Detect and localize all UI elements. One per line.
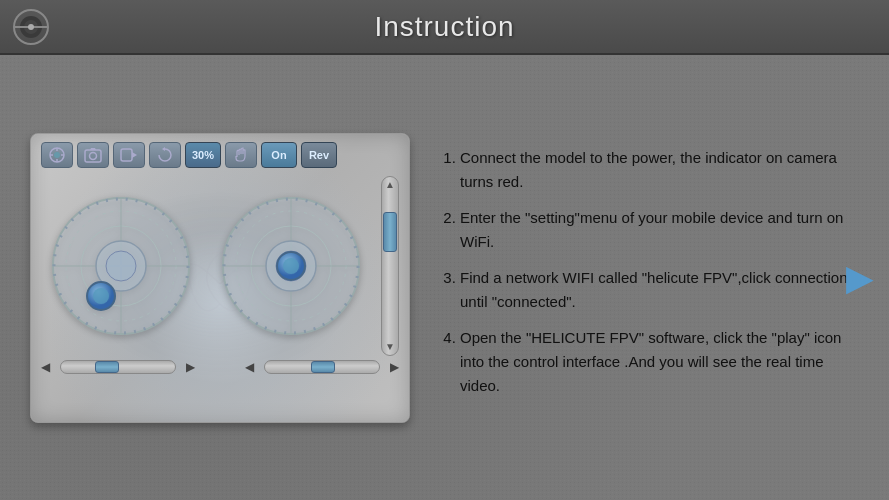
header: Instruction	[0, 0, 889, 55]
gesture-icon	[233, 147, 249, 163]
svg-point-23	[106, 251, 136, 281]
svg-point-26	[93, 288, 109, 304]
svg-point-13	[90, 152, 97, 159]
left-h-slider-thumb[interactable]	[95, 361, 119, 373]
right-slider-right-arrow[interactable]: ▶	[390, 360, 399, 374]
left-slider-right-arrow[interactable]: ▶	[186, 360, 195, 374]
left-joystick-container	[41, 191, 201, 341]
target-btn[interactable]	[41, 142, 73, 168]
slider-up-arrow[interactable]: ▲	[385, 180, 395, 190]
right-h-slider[interactable]	[264, 360, 380, 374]
svg-point-4	[28, 24, 34, 30]
page-title: Instruction	[374, 11, 514, 43]
right-h-slider-thumb[interactable]	[311, 361, 335, 373]
h-sliders: ◀ ▶ ◀ ▶	[31, 356, 409, 378]
on-btn[interactable]: On	[261, 142, 297, 168]
vertical-slider-thumb[interactable]	[383, 212, 397, 252]
video-icon	[120, 148, 138, 162]
vertical-slider[interactable]: ▲ ▼	[381, 176, 399, 356]
next-page-btn[interactable]: ▶	[846, 249, 874, 307]
rev-btn[interactable]: Rev	[301, 142, 337, 168]
gesture-btn[interactable]	[225, 142, 257, 168]
refresh-icon	[157, 147, 173, 163]
svg-marker-16	[162, 147, 165, 151]
toolbar-row: 30% On Rev	[31, 134, 409, 176]
instructions-list: Connect the model to the power, the indi…	[440, 146, 859, 398]
controller-panel: 30% On Rev	[30, 133, 410, 423]
right-slider-left-arrow[interactable]: ◀	[245, 360, 254, 374]
rev-label: Rev	[309, 149, 329, 161]
speed-30-btn[interactable]: 30%	[185, 142, 221, 168]
left-h-slider[interactable]	[60, 360, 176, 374]
target-icon	[48, 146, 66, 164]
photo-icon	[84, 147, 102, 163]
photo-btn[interactable]	[77, 142, 109, 168]
left-joystick[interactable]	[46, 191, 196, 341]
instruction-item-3: Find a network WIFI called "helicute FPV…	[460, 266, 859, 314]
instruction-item-1: Connect the model to the power, the indi…	[460, 146, 859, 194]
logo-icon	[12, 8, 50, 46]
refresh-btn[interactable]	[149, 142, 181, 168]
svg-point-36	[283, 258, 299, 274]
instruction-item-2: Enter the "setting"menu of your mobile d…	[460, 206, 859, 254]
instructions-panel: Connect the model to the power, the indi…	[440, 146, 859, 410]
svg-rect-14	[121, 149, 132, 161]
left-slider-left-arrow[interactable]: ◀	[41, 360, 50, 374]
video-btn[interactable]	[113, 142, 145, 168]
on-label: On	[271, 149, 286, 161]
main-content: 30% On Rev	[0, 55, 889, 500]
speed-30-label: 30%	[192, 149, 214, 161]
joystick-area: ▲ ▼	[31, 176, 409, 356]
slider-down-arrow[interactable]: ▼	[385, 342, 395, 352]
instruction-item-4: Open the "HELICUTE FPV" software, click …	[460, 326, 859, 398]
right-joystick[interactable]	[216, 191, 366, 341]
svg-marker-15	[132, 152, 137, 158]
right-joystick-container	[211, 191, 371, 341]
svg-point-7	[54, 152, 60, 158]
